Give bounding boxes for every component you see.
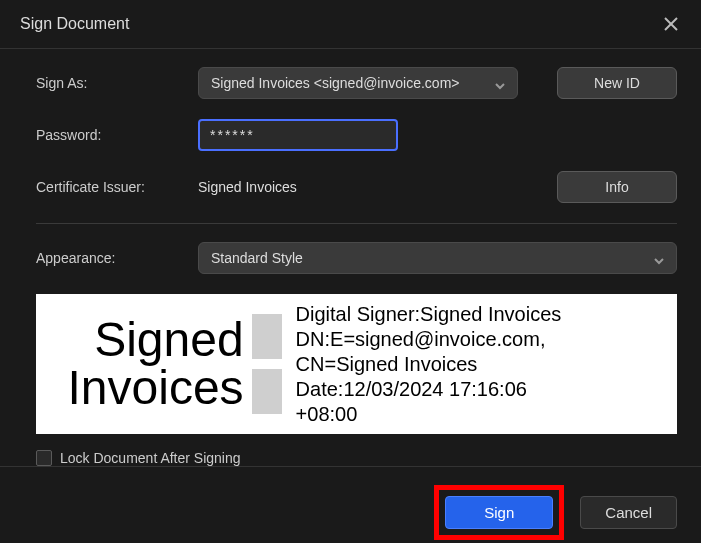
signature-name-line2: Invoices xyxy=(68,361,244,414)
close-icon[interactable] xyxy=(661,14,681,34)
signature-detail-line: DN:E=signed@invoice.com, xyxy=(296,327,661,352)
password-label: Password: xyxy=(36,127,186,143)
appearance-row: Appearance: Standard Style xyxy=(36,242,677,274)
signature-graphic-icon xyxy=(252,314,282,414)
window-title: Sign Document xyxy=(20,15,129,33)
signature-name-line1: Signed xyxy=(94,313,243,366)
lock-document-row: Lock Document After Signing xyxy=(36,450,677,466)
sign-as-select[interactable]: Signed Invoices <signed@invoice.com> xyxy=(198,67,518,99)
password-input[interactable] xyxy=(198,119,398,151)
sign-as-label: Sign As: xyxy=(36,75,186,91)
signature-preview: Signed Invoices Digital Signer:Signed In… xyxy=(36,294,677,434)
lock-document-checkbox[interactable] xyxy=(36,450,52,466)
dialog-footer: Sign Cancel xyxy=(0,466,701,543)
certificate-issuer-label: Certificate Issuer: xyxy=(36,179,186,195)
signature-details: Digital Signer:Signed Invoices DN:E=sign… xyxy=(296,302,661,427)
certificate-issuer-row: Certificate Issuer: Signed Invoices Info xyxy=(36,171,677,203)
titlebar: Sign Document xyxy=(0,0,701,49)
divider xyxy=(36,223,677,224)
sign-button[interactable]: Sign xyxy=(445,496,553,529)
chevron-down-icon xyxy=(654,253,664,263)
signature-name-block: Signed Invoices xyxy=(52,314,296,414)
highlight-frame: Sign xyxy=(434,485,564,540)
cancel-button[interactable]: Cancel xyxy=(580,496,677,529)
appearance-selected: Standard Style xyxy=(211,250,303,266)
info-button[interactable]: Info xyxy=(557,171,677,203)
lock-document-label: Lock Document After Signing xyxy=(60,450,241,466)
certificate-issuer-value: Signed Invoices xyxy=(198,179,297,195)
signature-display-name: Signed Invoices xyxy=(52,316,244,412)
dialog-content: Sign As: Signed Invoices <signed@invoice… xyxy=(0,49,701,466)
signature-detail-line: Date:12/03/2024 17:16:06 xyxy=(296,377,661,402)
signature-detail-line: CN=Signed Invoices xyxy=(296,352,661,377)
password-row: Password: xyxy=(36,119,677,151)
sign-as-selected: Signed Invoices <signed@invoice.com> xyxy=(211,75,459,91)
appearance-select[interactable]: Standard Style xyxy=(198,242,677,274)
signature-detail-line: +08:00 xyxy=(296,402,661,427)
chevron-down-icon xyxy=(495,78,505,88)
sign-as-row: Sign As: Signed Invoices <signed@invoice… xyxy=(36,67,677,99)
new-id-button[interactable]: New ID xyxy=(557,67,677,99)
signature-detail-line: Digital Signer:Signed Invoices xyxy=(296,302,661,327)
appearance-label: Appearance: xyxy=(36,250,186,266)
